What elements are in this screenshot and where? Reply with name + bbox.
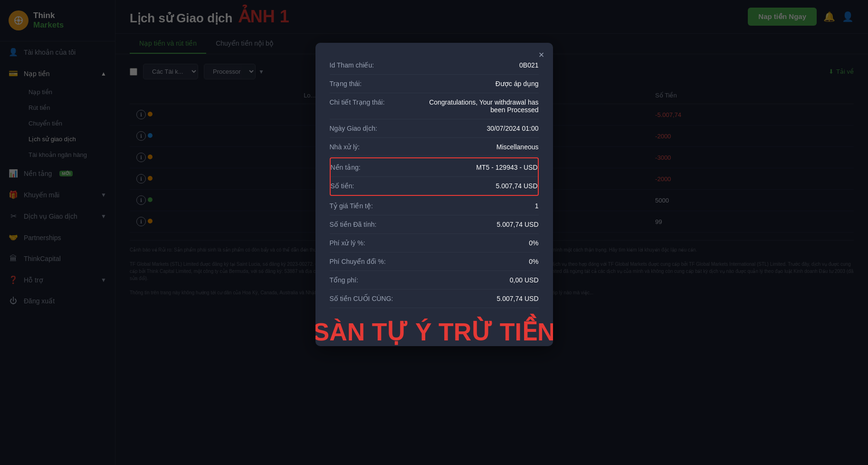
modal-value-rate: 1 bbox=[415, 202, 539, 210]
modal-close-button[interactable]: × bbox=[539, 49, 544, 60]
modal-overlay: × Id Tham chiếu: 0B021 Trạng thái: Được … bbox=[0, 0, 868, 465]
modal-overlay-area: SÀN TỰ Ý TRỪ TIỀN bbox=[330, 308, 539, 337]
modal-row-processing-fee: Phí xử lý %: 0% bbox=[330, 234, 539, 252]
modal-value-total-fee: 0,00 USD bbox=[415, 276, 539, 284]
overlay-san-text: SÀN TỰ Ý TRỪ TIỀN bbox=[315, 318, 553, 346]
modal-label-calculated: Số tiền Đã tính: bbox=[330, 221, 415, 228]
modal-row-processor: Nhà xử lý: Miscellaneous bbox=[330, 138, 539, 156]
modal-label-rate: Tỷ giá Tiền tệ: bbox=[330, 202, 415, 210]
modal-label-processor: Nhà xử lý: bbox=[330, 143, 415, 151]
modal-row-status-detail: Chi tiết Trạng thái: Congratulations, Yo… bbox=[330, 93, 539, 119]
modal-label-conversion-fee: Phí Chuyển đổi %: bbox=[330, 258, 415, 265]
modal-value-date: 30/07/2024 01:00 bbox=[415, 125, 539, 132]
modal-value-id: 0B021 bbox=[415, 61, 539, 69]
transaction-detail-modal: × Id Tham chiếu: 0B021 Trạng thái: Được … bbox=[315, 43, 553, 346]
modal-value-status-detail: Congratulations, Your withdrawal has bee… bbox=[415, 98, 539, 114]
modal-label-processing-fee: Phí xử lý %: bbox=[330, 239, 415, 247]
modal-body: Id Tham chiếu: 0B021 Trạng thái: Được áp… bbox=[315, 43, 553, 346]
modal-value-processing-fee: 0% bbox=[415, 239, 539, 247]
modal-row-platform: Nền tảng: MT5 - 129943 - USD bbox=[331, 158, 538, 177]
modal-label-platform: Nền tảng: bbox=[331, 164, 416, 171]
modal-label-final: Số tiền CUỐI CÙNG: bbox=[330, 295, 415, 302]
modal-value-platform: MT5 - 129943 - USD bbox=[416, 164, 538, 171]
modal-label-status: Trạng thái: bbox=[330, 80, 415, 87]
modal-value-final: 5.007,74 USD bbox=[415, 295, 539, 302]
modal-label-amount: Số tiền: bbox=[331, 182, 416, 190]
modal-row-date: Ngày Giao dịch: 30/07/2024 01:00 bbox=[330, 119, 539, 138]
modal-row-calculated: Số tiền Đã tính: 5.007,74 USD bbox=[330, 215, 539, 234]
modal-row-id: Id Tham chiếu: 0B021 bbox=[330, 56, 539, 75]
modal-value-amount: 5.007,74 USD bbox=[416, 182, 538, 190]
modal-row-conversion-fee: Phí Chuyển đổi %: 0% bbox=[330, 252, 539, 271]
modal-row-total-fee: Tổng phí: 0,00 USD bbox=[330, 271, 539, 290]
modal-row-final: Số tiền CUỐI CÙNG: 5.007,74 USD bbox=[330, 290, 539, 308]
modal-label-status-detail: Chi tiết Trạng thái: bbox=[330, 98, 415, 106]
modal-label-date: Ngày Giao dịch: bbox=[330, 125, 415, 132]
modal-row-rate: Tỷ giá Tiền tệ: 1 bbox=[330, 197, 539, 215]
modal-value-processor: Miscellaneous bbox=[415, 143, 539, 151]
modal-value-status: Được áp dụng bbox=[415, 80, 539, 87]
modal-row-status: Trạng thái: Được áp dụng bbox=[330, 75, 539, 93]
modal-value-calculated: 5.007,74 USD bbox=[415, 221, 539, 228]
modal-value-conversion-fee: 0% bbox=[415, 258, 539, 265]
modal-label-total-fee: Tổng phí: bbox=[330, 276, 415, 284]
modal-label-id: Id Tham chiếu: bbox=[330, 61, 415, 69]
modal-row-amount: Số tiền: 5.007,74 USD bbox=[331, 177, 538, 195]
